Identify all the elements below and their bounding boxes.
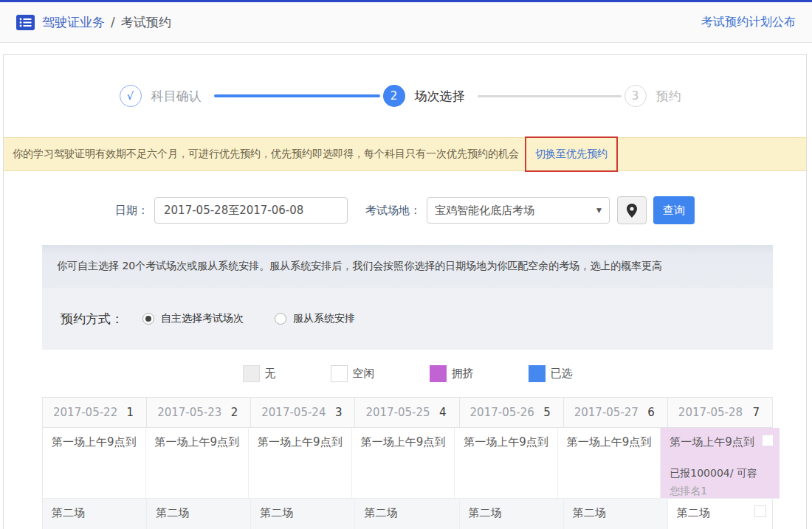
priority-notice-text: 你的学习驾驶证明有效期不足六个月，可进行优先预约，优先预约即选即得，每个科目只有… [13, 148, 519, 161]
header-date: 2017-05-27 [574, 406, 639, 419]
radio-unselected-icon [275, 313, 286, 325]
radio-selected-icon [142, 313, 154, 325]
step2-circle: 2 [383, 85, 405, 107]
header-daynum: 6 [647, 406, 655, 419]
step3-circle: 3 [625, 85, 647, 107]
step1-label: 科目确认 [151, 88, 202, 105]
session-cell: 第二场 [355, 499, 459, 529]
legend: 无 空闲 拥挤 已选 [42, 350, 773, 397]
header-date: 2017-05-23 [157, 406, 221, 419]
legend-label-crowded: 拥挤 [452, 367, 474, 381]
map-location-button[interactable] [617, 196, 647, 224]
tip-text: 你可自主选择 20个考试场次或服从系统安排。服从系统安排后，我们会按照你选择的日… [57, 260, 662, 273]
session-cell: 第二场 [564, 499, 668, 529]
radio-self-select[interactable]: 自主选择考试场次 [142, 312, 244, 325]
session-cell: 第一场上午9点到 [249, 428, 352, 499]
stepper: √ 科目确认 2 场次选择 3 预约 [4, 55, 806, 137]
venue-select-value: 宝鸡智能化底店考场 [435, 204, 534, 218]
exam-plan-link[interactable]: 考试预约计划公布 [701, 15, 796, 30]
session-cell: 第一场上午9点到 [455, 428, 558, 499]
topbar: 驾驶证业务 / 考试预约 考试预约计划公布 [0, 2, 812, 43]
session-cell: 第二场 [460, 499, 564, 529]
step1-check-icon: √ [120, 85, 142, 107]
header-date: 2017-05-28 [678, 406, 743, 419]
session-cell: 第二场 [43, 499, 147, 529]
header-daynum: 7 [752, 406, 760, 419]
step3-label: 预约 [656, 88, 681, 105]
step-subject-confirm: √ 科目确认 [120, 85, 211, 107]
session-cell: 第一场上午9点到 [146, 428, 250, 499]
legend-item-free: 空闲 [331, 365, 375, 382]
session-name: 第一场上午9点到 [464, 435, 548, 449]
column-header: 2017-05-27 6 [564, 398, 668, 427]
session-cell: 第二场 [147, 499, 251, 529]
column-header: 2017-05-22 1 [43, 398, 147, 427]
table-header-row: 2017-05-22 1 2017-05-23 2 2017-05-24 3 2… [43, 397, 772, 428]
breadcrumb-current: 考试预约 [121, 14, 171, 31]
capacity-info: 已报100004/ 可容 [670, 467, 771, 480]
session-cell: 第一场上午9点到 [352, 428, 455, 499]
legend-swatch-none [243, 365, 260, 382]
session-name: 第一场上午9点到 [567, 435, 652, 449]
stepper-connector-done [214, 94, 380, 97]
radio-self-select-label: 自主选择考试场次 [161, 312, 244, 325]
main-panel: √ 科目确认 2 场次选择 3 预约 你的学习驾驶证明有效期不足六个月，可进行优… [3, 54, 807, 529]
breadcrumb-root[interactable]: 驾驶证业务 [42, 14, 105, 31]
switch-priority-link[interactable]: 切换至优先预约 [535, 148, 608, 161]
step-session-select: 2 场次选择 [383, 85, 475, 107]
session-name: 第二场 [52, 506, 137, 520]
legend-swatch-free [331, 365, 348, 382]
radio-system-arrange[interactable]: 服从系统安排 [275, 312, 355, 325]
legend-item-selected: 已选 [529, 365, 573, 382]
legend-label-selected: 已选 [551, 367, 573, 381]
red-annotation-box: 切换至优先预约 [525, 136, 618, 172]
session-name: 第二场 [469, 506, 554, 520]
session-cell-crowded: 第一场上午9点到 已报100004/ 可容 您排名1 [661, 428, 780, 499]
session-checkbox[interactable] [762, 435, 774, 446]
session-name: 第二场 [677, 506, 763, 520]
column-header: 2017-05-23 2 [147, 398, 251, 427]
priority-notice-bar: 你的学习驾驶证明有效期不足六个月，可进行优先预约，优先预约即选即得，每个科目只有… [4, 137, 806, 171]
session-row-2: 第二场 第二场 第二场 第二场 第二场 第二场 第二场 [43, 499, 772, 529]
header-date: 2017-05-24 [261, 406, 326, 419]
breadcrumb-separator: / [111, 15, 115, 30]
session-cell: 第一场上午9点到 [43, 428, 146, 499]
date-label: 日期： [115, 204, 148, 218]
session-table: 2017-05-22 1 2017-05-23 2 2017-05-24 3 2… [42, 397, 773, 529]
header-date: 2017-05-25 [365, 406, 430, 419]
legend-swatch-selected [529, 365, 546, 382]
step2-label: 场次选择 [415, 88, 465, 105]
booking-mode-label: 预约方式： [61, 311, 123, 328]
venue-select[interactable]: 宝鸡智能化底店考场 ▼ [427, 197, 610, 224]
tip-bar: 你可自主选择 20个考试场次或服从系统安排。服从系统安排后，我们会按照你选择的日… [42, 245, 773, 288]
session-row-1: 第一场上午9点到 第一场上午9点到 第一场上午9点到 第一场上午9点到 第一场上… [43, 428, 772, 499]
column-header: 2017-05-25 4 [355, 398, 459, 427]
column-header: 2017-05-28 7 [668, 398, 772, 427]
session-name: 第一场上午9点到 [361, 435, 446, 449]
header-date: 2017-05-26 [470, 406, 534, 419]
legend-label-free: 空闲 [353, 367, 375, 381]
header-daynum: 2 [231, 406, 238, 419]
stepper-connector-todo [478, 95, 622, 97]
session-cell: 第二场 [251, 499, 355, 529]
step-reserve: 3 预约 [625, 85, 691, 107]
legend-swatch-crowded [430, 365, 447, 382]
filter-row: 日期： 考试场地： 宝鸡智能化底店考场 ▼ 查询 [4, 196, 806, 224]
header-daynum: 5 [543, 406, 551, 419]
legend-label-none: 无 [265, 367, 276, 381]
session-name: 第一场上午9点到 [52, 435, 137, 449]
date-range-input[interactable] [154, 197, 348, 224]
header-daynum: 3 [335, 406, 343, 419]
header-daynum: 4 [439, 406, 447, 419]
venue-label: 考试场地： [365, 204, 421, 218]
search-button[interactable]: 查询 [653, 196, 695, 224]
session-name: 第一场上午9点到 [155, 435, 240, 449]
legend-item-crowded: 拥挤 [430, 365, 474, 382]
legend-item-none: 无 [243, 365, 276, 382]
session-name: 第二场 [260, 506, 345, 520]
session-name: 第一场上午9点到 [670, 435, 754, 449]
session-checkbox[interactable] [754, 505, 766, 517]
chevron-down-icon: ▼ [596, 207, 602, 214]
session-name: 第二场 [364, 506, 450, 520]
booking-mode-row: 预约方式： 自主选择考试场次 服从系统安排 [42, 288, 773, 350]
